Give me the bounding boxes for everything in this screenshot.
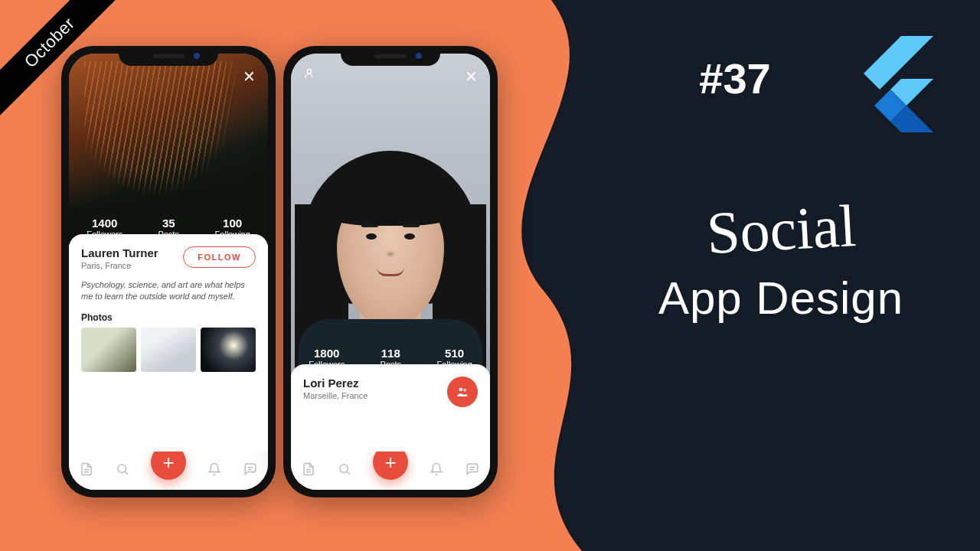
photos-heading: Photos bbox=[81, 312, 256, 323]
followers-count: 1800 bbox=[309, 347, 345, 360]
following-count: 510 bbox=[436, 347, 472, 360]
photo-thumb[interactable] bbox=[141, 328, 196, 372]
following-count: 100 bbox=[214, 217, 250, 230]
phone-mockups: ✕ 1400 Followers 35 Posts 100 Following bbox=[61, 46, 498, 497]
svg-line-12 bbox=[347, 471, 349, 474]
svg-point-6 bbox=[307, 70, 311, 73]
search-icon[interactable] bbox=[116, 462, 129, 480]
photos-row bbox=[81, 328, 256, 372]
profile-name: Lori Perez bbox=[303, 377, 368, 390]
profile-bio: Psychology, science, and art are what he… bbox=[81, 279, 256, 303]
svg-point-11 bbox=[340, 465, 348, 473]
phone-1-screen: ✕ 1400 Followers 35 Posts 100 Following bbox=[69, 54, 268, 490]
followers-count: 1400 bbox=[87, 217, 122, 230]
svg-point-2 bbox=[118, 465, 126, 473]
svg-point-7 bbox=[459, 388, 463, 392]
flutter-logo-icon bbox=[842, 31, 949, 138]
notifications-icon[interactable] bbox=[207, 462, 221, 480]
friends-button[interactable] bbox=[447, 377, 478, 407]
svg-line-3 bbox=[125, 471, 127, 474]
close-icon[interactable]: ✕ bbox=[243, 67, 256, 86]
profile-icon[interactable] bbox=[303, 67, 315, 83]
profile-location: Marseille, France bbox=[303, 391, 368, 400]
svg-point-8 bbox=[463, 389, 466, 391]
phone-1: ✕ 1400 Followers 35 Posts 100 Following bbox=[61, 46, 276, 497]
profile-card: Lori Perez Marseille, France bbox=[291, 364, 490, 452]
profile-location: Paris, France bbox=[81, 261, 158, 270]
photo-thumb[interactable] bbox=[201, 328, 256, 372]
photo-thumb[interactable] bbox=[81, 328, 136, 372]
messages-icon[interactable] bbox=[466, 462, 479, 480]
bottom-nav: + bbox=[69, 452, 268, 490]
posts-count: 35 bbox=[158, 217, 180, 230]
notifications-icon[interactable] bbox=[430, 462, 443, 480]
profile-name: Lauren Turner bbox=[81, 246, 158, 259]
search-icon[interactable] bbox=[338, 462, 351, 480]
profile-photo bbox=[314, 151, 467, 350]
profile-card: Lauren Turner Paris, France FOLLOW Psych… bbox=[69, 234, 268, 452]
profile-hero: ✕ 1400 Followers 35 Posts 100 Following bbox=[69, 54, 268, 245]
feed-icon[interactable] bbox=[302, 462, 315, 480]
posts-count: 118 bbox=[381, 347, 402, 360]
follow-button[interactable]: FOLLOW bbox=[183, 246, 256, 268]
title-script: Social bbox=[704, 191, 857, 268]
messages-icon[interactable] bbox=[243, 462, 257, 480]
profile-hero: ✕ 1800 Followers 118 Posts 510 Following bbox=[291, 54, 490, 375]
phone-notch bbox=[341, 46, 440, 66]
phone-notch bbox=[119, 46, 218, 66]
bottom-nav: + bbox=[291, 452, 490, 490]
close-icon[interactable]: ✕ bbox=[465, 67, 478, 86]
episode-number: #37 bbox=[699, 54, 770, 103]
phone-2-screen: ✕ 1800 Followers 118 Posts 510 Following bbox=[291, 54, 490, 490]
title-panel: #37 Social App Design bbox=[582, 0, 980, 551]
title-sub: App Design bbox=[658, 272, 903, 324]
feed-icon[interactable] bbox=[80, 462, 93, 480]
phone-2: ✕ 1800 Followers 118 Posts 510 Following bbox=[283, 46, 498, 497]
